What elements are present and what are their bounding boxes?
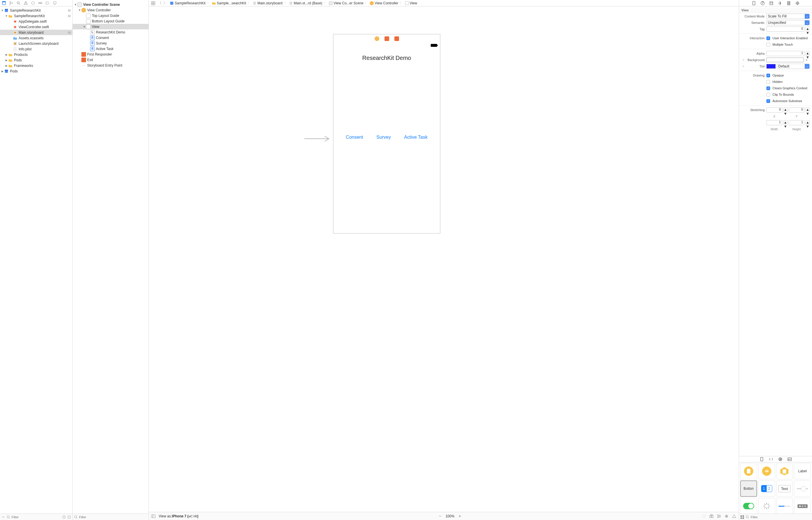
attributes-inspector-icon[interactable] — [778, 1, 782, 5]
view-row[interactable]: ▼ View — [73, 24, 148, 29]
resolve-issues-icon[interactable] — [732, 514, 736, 519]
group-frameworks[interactable]: ▶ Frameworks — [0, 63, 73, 68]
file-inspector-icon[interactable] — [752, 1, 756, 5]
outline-tree[interactable]: ▼ View Controller Scene ▼ View Controlle… — [73, 0, 148, 514]
lib-item-button[interactable]: Button — [740, 480, 757, 497]
jump-bar[interactable]: 〈 〉 SampleResearchKit 〉 Sample...searchK… — [149, 0, 739, 6]
button-survey-row[interactable]: B Survey — [73, 41, 148, 46]
group-products[interactable]: ▶ Products — [0, 52, 73, 57]
disclosure-triangle-icon[interactable]: ▼ — [78, 9, 81, 11]
add-icon[interactable]: ＋ — [1, 515, 5, 519]
tint-select[interactable]: Default⌄ — [777, 64, 810, 69]
user-interaction-checkbox[interactable]: ✓ — [766, 36, 770, 40]
source-control-navigator-icon[interactable] — [9, 1, 13, 5]
pods-project[interactable]: ▶ Pods — [0, 68, 73, 74]
stretch-h-input[interactable]: 1 — [789, 120, 805, 125]
tint-color-well[interactable] — [766, 64, 776, 69]
content-mode-select[interactable]: Scale To Fill⌄ — [766, 14, 810, 19]
jump-vc[interactable]: View Controller — [368, 0, 399, 6]
jump-base[interactable]: Main.st...rd (Base) — [288, 0, 324, 6]
filter-icon[interactable] — [746, 515, 750, 519]
align-icon[interactable] — [717, 514, 721, 519]
jump-view[interactable]: View — [404, 0, 419, 6]
bottom-layout-guide-row[interactable]: Bottom Layout Guide — [73, 18, 148, 24]
quick-help-icon[interactable]: ? — [760, 1, 765, 5]
object-library-icon[interactable] — [778, 457, 783, 462]
hidden-checkbox[interactable] — [766, 80, 770, 84]
group-pods[interactable]: ▶ Pods — [0, 57, 73, 63]
disclosure-triangle-icon[interactable]: ▶ — [5, 64, 8, 67]
exit-row[interactable]: Exit — [73, 57, 148, 62]
semantic-select[interactable]: Unspecified⌄ — [766, 20, 810, 25]
jump-project[interactable]: SampleResearchKit — [169, 0, 207, 6]
forward-button[interactable]: 〉 — [163, 1, 167, 5]
disclosure-triangle-icon[interactable]: ▼ — [5, 15, 8, 18]
clears-graphics-checkbox[interactable]: ✓ — [766, 86, 770, 90]
toggle-outline-icon[interactable] — [151, 514, 156, 519]
clip-bounds-checkbox[interactable] — [766, 93, 770, 97]
first-responder-dock-icon[interactable] — [385, 36, 389, 41]
scene-row[interactable]: ▼ View Controller Scene — [73, 2, 148, 7]
lib-item-page-control[interactable] — [794, 498, 811, 514]
lib-item-progress[interactable] — [776, 498, 793, 514]
disclosure-triangle-icon[interactable]: ▶ — [5, 59, 8, 62]
alpha-input[interactable]: 1 — [766, 51, 805, 56]
connections-inspector-icon[interactable] — [795, 1, 800, 5]
disclosure-triangle-icon[interactable]: ▼ — [1, 9, 4, 12]
label-row[interactable]: L ResearchKit Demo — [73, 29, 148, 35]
breakpoint-navigator-icon[interactable] — [45, 1, 50, 5]
project-tree[interactable]: ▼ SampleResearchKit M ▼ SampleResearchKi… — [0, 6, 73, 514]
lib-item-viewcontroller[interactable] — [740, 463, 757, 479]
debug-navigator-icon[interactable] — [38, 1, 43, 5]
alpha-stepper[interactable]: ▲▼ — [806, 51, 810, 56]
lib-item-navcontroller[interactable] — [758, 463, 775, 479]
pin-icon[interactable] — [724, 514, 729, 519]
opaque-checkbox[interactable]: ✓ — [766, 74, 770, 77]
multi-touch-checkbox[interactable] — [766, 43, 770, 47]
button-active-task-row[interactable]: B Active Task — [73, 46, 148, 51]
stretch-x-input[interactable]: 0 — [766, 107, 782, 112]
stretch-w-stepper[interactable]: ▲▼ — [784, 120, 788, 125]
file-viewcontroller[interactable]: ViewController.swift — [0, 24, 73, 30]
project-root[interactable]: ▼ SampleResearchKit M — [0, 7, 73, 13]
tag-input[interactable]: 0 — [766, 26, 805, 32]
jump-scene[interactable]: View Co...er Scene — [328, 0, 365, 6]
view-as-label[interactable]: View as: iPhone 7 ( wC hR ) — [159, 514, 198, 518]
zoom-out-button[interactable]: − — [439, 514, 442, 519]
active-task-button[interactable]: Active Task — [404, 135, 428, 140]
project-navigator-icon[interactable] — [2, 1, 6, 5]
related-items-icon[interactable] — [150, 0, 156, 6]
add-attribute-icon[interactable]: + — [741, 64, 746, 68]
filter-icon[interactable] — [6, 515, 10, 519]
file-template-library-icon[interactable] — [759, 457, 764, 462]
viewcontroller-row[interactable]: ▼ View Controller — [73, 7, 148, 13]
top-layout-guide-row[interactable]: Top Layout Guide — [73, 13, 148, 18]
scm-filter-icon[interactable] — [67, 515, 71, 519]
size-inspector-icon[interactable] — [786, 1, 791, 5]
file-infoplist[interactable]: i Info.plist — [0, 46, 73, 52]
lib-item-textfield[interactable]: Text — [776, 480, 793, 497]
dropdown-icon[interactable]: ⌄ — [805, 57, 810, 62]
embed-in-icon[interactable] — [709, 514, 714, 519]
filter-icon[interactable] — [74, 515, 78, 519]
file-appdelegate[interactable]: AppDelegate.swift — [0, 19, 73, 24]
report-navigator-icon[interactable] — [53, 1, 57, 5]
disclosure-triangle-icon[interactable]: ▶ — [1, 70, 4, 73]
media-library-icon[interactable] — [787, 457, 792, 462]
disclosure-triangle-icon[interactable]: ▼ — [74, 3, 77, 6]
entry-point-row[interactable]: → Storyboard Entry Point — [73, 62, 148, 68]
tag-stepper[interactable]: ▲▼ — [806, 26, 810, 32]
jump-file[interactable]: Main.storyboard — [251, 0, 284, 6]
navigator-filter-input[interactable] — [11, 515, 61, 519]
lib-item-segmented[interactable]: 12 — [758, 480, 775, 497]
disclosure-triangle-icon[interactable]: ▶ — [5, 53, 8, 56]
lib-item-tabcontroller[interactable] — [776, 463, 793, 479]
consent-button[interactable]: Consent — [346, 135, 363, 140]
first-responder-row[interactable]: First Responder — [73, 51, 148, 57]
autoresize-checkbox[interactable]: ✓ — [766, 99, 770, 103]
identity-inspector-icon[interactable] — [769, 1, 774, 5]
ib-canvas[interactable]: ResearchKit Demo Consent Survey Active T… — [149, 6, 739, 512]
lib-item-switch[interactable] — [740, 498, 757, 514]
jump-group[interactable]: Sample...searchKit — [211, 0, 247, 6]
disclosure-triangle-icon[interactable]: ▼ — [83, 25, 86, 28]
